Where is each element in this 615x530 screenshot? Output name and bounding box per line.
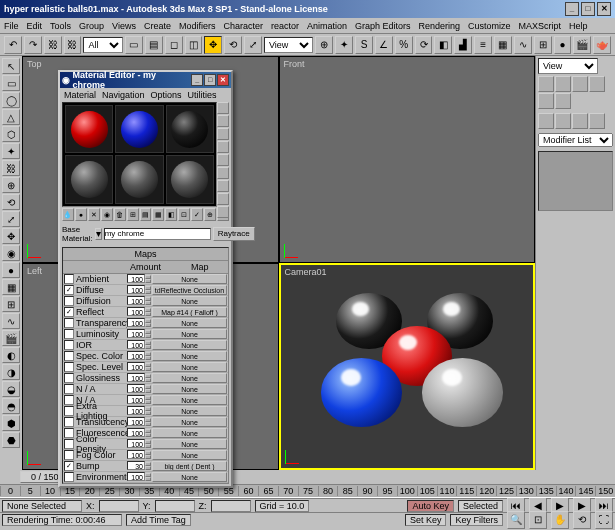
left-tool-3[interactable]: △ <box>2 109 20 125</box>
me-side-button-1[interactable] <box>217 115 229 127</box>
map-amount-spinner[interactable] <box>145 275 151 283</box>
map-amount-input[interactable]: 30 <box>127 461 145 470</box>
material-type-button[interactable]: Raytrace <box>213 227 255 241</box>
map-checkbox[interactable] <box>64 329 74 339</box>
map-amount-input[interactable]: 100 <box>127 428 145 437</box>
select-rotate-button[interactable]: ⟲ <box>224 36 242 54</box>
autokey-button[interactable]: Auto Key <box>407 500 454 512</box>
me-menu-material[interactable]: Material <box>64 90 96 100</box>
viewport-front[interactable]: Front <box>279 56 536 263</box>
map-checkbox[interactable] <box>64 406 74 416</box>
material-slot-2[interactable] <box>166 105 214 153</box>
x-input[interactable] <box>99 500 139 512</box>
menu-maxscript[interactable]: MAXScript <box>519 21 562 31</box>
me-tool-0[interactable]: 💧 <box>62 208 74 221</box>
quick-render-button[interactable]: 🫖 <box>593 36 611 54</box>
left-tool-7[interactable]: ⊕ <box>2 177 20 193</box>
map-checkbox[interactable] <box>64 395 74 405</box>
map-checkbox[interactable] <box>64 296 74 306</box>
utilities-tab[interactable] <box>555 93 571 109</box>
menu-create[interactable]: Create <box>144 21 171 31</box>
display-tab[interactable] <box>538 93 554 109</box>
left-tool-1[interactable]: ▭ <box>2 75 20 91</box>
map-slot-button[interactable]: None <box>152 329 227 339</box>
map-amount-spinner[interactable] <box>145 418 151 426</box>
material-name-input[interactable] <box>104 228 211 240</box>
keyfilters-button[interactable]: Key Filters <box>450 514 503 526</box>
left-tool-11[interactable]: ◉ <box>2 245 20 261</box>
map-amount-input[interactable]: 100 <box>127 296 145 305</box>
map-amount-spinner[interactable] <box>145 319 151 327</box>
menu-help[interactable]: Help <box>569 21 588 31</box>
map-checkbox[interactable] <box>64 362 74 372</box>
left-tool-15[interactable]: ∿ <box>2 313 20 329</box>
map-slot-button[interactable]: None <box>152 439 227 449</box>
map-checkbox[interactable] <box>64 439 74 449</box>
left-tool-8[interactable]: ⟲ <box>2 194 20 210</box>
add-time-tag[interactable]: Add Time Tag <box>126 514 191 526</box>
map-amount-spinner[interactable] <box>145 297 151 305</box>
left-tool-10[interactable]: ✥ <box>2 228 20 244</box>
map-checkbox[interactable] <box>64 373 74 383</box>
select-name-button[interactable]: ▤ <box>145 36 163 54</box>
map-amount-input[interactable]: 100 <box>127 362 145 371</box>
left-tool-5[interactable]: ✦ <box>2 143 20 159</box>
map-slot-button[interactable]: big dent ( Dent ) <box>152 461 227 471</box>
modifier-list-dropdown[interactable]: Modifier List <box>538 133 613 147</box>
setkey-button[interactable]: Set Key <box>405 514 447 526</box>
map-amount-input[interactable]: 100 <box>127 307 145 316</box>
named-selection-button[interactable]: ◧ <box>434 36 452 54</box>
maximize-button[interactable]: □ <box>581 2 595 16</box>
menu-character[interactable]: Character <box>223 21 263 31</box>
map-slot-button[interactable]: None <box>152 351 227 361</box>
map-slot-button[interactable]: None <box>152 373 227 383</box>
left-tool-9[interactable]: ⤢ <box>2 211 20 227</box>
left-tool-0[interactable]: ↖ <box>2 58 20 74</box>
left-tool-14[interactable]: ⊞ <box>2 296 20 312</box>
undo-button[interactable]: ↶ <box>4 36 22 54</box>
minimize-button[interactable]: _ <box>565 2 579 16</box>
map-checkbox[interactable] <box>64 318 74 328</box>
me-side-button-4[interactable] <box>217 154 229 166</box>
me-tool-9[interactable]: ⊡ <box>178 208 190 221</box>
menu-views[interactable]: Views <box>112 21 136 31</box>
map-checkbox[interactable] <box>64 428 74 438</box>
select-button[interactable]: ▭ <box>125 36 143 54</box>
map-amount-spinner[interactable] <box>145 286 151 294</box>
map-amount-input[interactable]: 100 <box>127 417 145 426</box>
map-amount-spinner[interactable] <box>145 363 151 371</box>
me-tool-2[interactable]: ✕ <box>88 208 100 221</box>
close-button[interactable]: ✕ <box>597 2 611 16</box>
me-side-button-5[interactable] <box>217 167 229 179</box>
hierarchy-tab[interactable] <box>572 76 588 92</box>
me-tool-6[interactable]: ▤ <box>140 208 152 221</box>
material-slot-3[interactable] <box>65 155 113 203</box>
map-slot-button[interactable]: Map #14 ( Falloff ) <box>152 307 227 317</box>
menu-edit[interactable]: Edit <box>27 21 43 31</box>
map-slot-button[interactable]: None <box>152 450 227 460</box>
map-slot-button[interactable]: None <box>152 428 227 438</box>
left-tool-19[interactable]: ◒ <box>2 381 20 397</box>
snap-toggle-button[interactable]: S <box>355 36 373 54</box>
me-maximize-button[interactable]: □ <box>204 74 216 86</box>
nav-orbit-button[interactable]: ⟲ <box>573 511 591 529</box>
map-amount-input[interactable]: 100 <box>127 329 145 338</box>
me-menu-utilities[interactable]: Utilities <box>188 90 217 100</box>
menu-reactor[interactable]: reactor <box>271 21 299 31</box>
selected-dropdown[interactable]: Selected <box>458 500 503 512</box>
maps-rollout-header[interactable]: Maps <box>63 248 228 261</box>
map-amount-spinner[interactable] <box>145 385 151 393</box>
nav-zoom-button[interactable]: 🔍 <box>507 511 525 529</box>
me-tool-7[interactable]: ▦ <box>152 208 164 221</box>
me-side-button-3[interactable] <box>217 141 229 153</box>
me-menu-navigation[interactable]: Navigation <box>102 90 145 100</box>
nav-zoom-all-button[interactable]: ⊡ <box>529 511 547 529</box>
me-side-button-0[interactable] <box>217 102 229 114</box>
map-slot-button[interactable]: None <box>152 296 227 306</box>
material-slot-0[interactable] <box>65 105 113 153</box>
map-amount-input[interactable]: 100 <box>127 472 145 481</box>
map-slot-button[interactable]: None <box>152 406 227 416</box>
nav-maximize-button[interactable]: ⛶ <box>595 511 613 529</box>
menu-graph editors[interactable]: Graph Editors <box>355 21 411 31</box>
create-tab[interactable] <box>538 76 554 92</box>
